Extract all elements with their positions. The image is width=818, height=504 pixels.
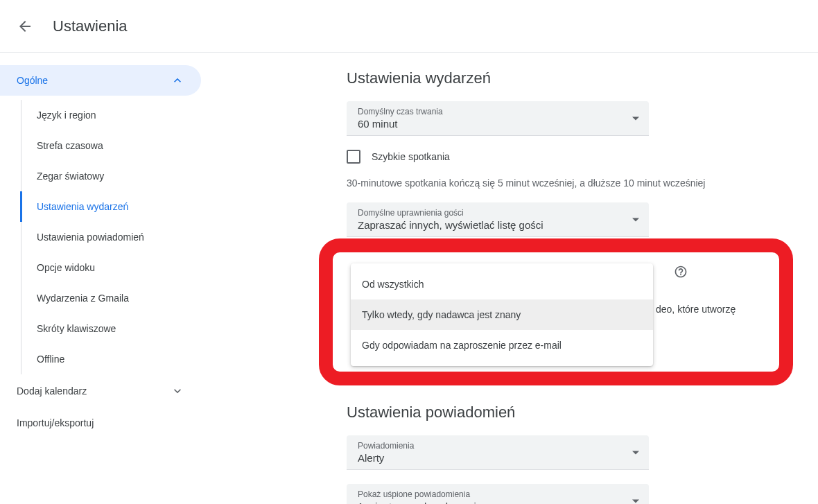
nav-item-add-calendar[interactable]: Dodaj kalendarz: [0, 374, 201, 408]
nav-item-import-export[interactable]: Importuj/eksportuj: [0, 408, 201, 438]
sidebar: Ogólne Język i region Strefa czasowa Zeg…: [0, 53, 208, 504]
subnav-item-keyboard-shortcuts[interactable]: Skróty klawiszowe: [21, 313, 208, 344]
select-snoozed-notifications[interactable]: Pokaż uśpione powiadomienia 1 minutę prz…: [347, 484, 649, 504]
dropdown-option-from-everyone[interactable]: Od wszystkich: [351, 269, 653, 299]
select-value: Zapraszać innych, wyświetlać listę gości: [358, 219, 621, 231]
subnav: Język i region Strefa czasowa Zegar świa…: [21, 100, 208, 374]
chevron-up-icon: [171, 73, 184, 87]
select-guest-permissions[interactable]: Domyślne uprawnienia gości Zapraszać inn…: [347, 202, 649, 237]
dropdown-arrow-icon: [632, 218, 639, 221]
subnav-item-timezone[interactable]: Strefa czasowa: [21, 130, 208, 161]
select-default-duration[interactable]: Domyślny czas trwania 60 minut: [347, 101, 649, 136]
nav-item-label: Importuj/eksportuj: [17, 417, 94, 428]
select-value: 1 minutę przed wydarzeniem: [358, 501, 621, 504]
checkbox-input[interactable]: [347, 150, 360, 164]
subnav-item-event-settings[interactable]: Ustawienia wydarzeń: [20, 191, 208, 222]
section-title-notifications: Ustawienia powiadomień: [347, 403, 776, 422]
subnav-item-gmail-events[interactable]: Wydarzenia z Gmaila: [21, 283, 208, 313]
nav-group-label: Ogólne: [17, 75, 48, 86]
subnav-item-offline[interactable]: Offline: [21, 344, 208, 374]
checkbox-label: Szybkie spotkania: [372, 151, 450, 162]
select-notifications[interactable]: Powiadomienia Alerty: [347, 435, 649, 470]
select-label: Pokaż uśpione powiadomienia: [358, 489, 621, 499]
select-label: Domyślne uprawnienia gości: [358, 208, 621, 218]
select-value: Alerty: [358, 452, 621, 464]
dropdown-menu-invitations: Od wszystkich Tylko wtedy, gdy nadawca j…: [351, 263, 653, 366]
subnav-item-view-options[interactable]: Opcje widoku: [21, 252, 208, 283]
subnav-item-language[interactable]: Język i region: [21, 100, 208, 130]
back-button[interactable]: [17, 18, 33, 35]
dropdown-arrow-icon: [632, 116, 639, 120]
select-label: Domyślny czas trwania: [358, 107, 621, 116]
dropdown-arrow-icon: [632, 451, 639, 454]
nav-item-label: Dodaj kalendarz: [17, 385, 87, 397]
chevron-down-icon: [171, 384, 184, 398]
select-label: Powiadomienia: [358, 441, 621, 451]
subnav-item-notification-settings[interactable]: Ustawienia powiadomień: [21, 222, 208, 252]
nav-group-general[interactable]: Ogólne: [0, 65, 201, 96]
arrow-left-icon: [17, 18, 33, 35]
select-value: 60 minut: [358, 118, 621, 130]
speedy-info-text: 30-minutowe spotkania kończą się 5 minut…: [347, 177, 776, 189]
dropdown-option-known-sender[interactable]: Tylko wtedy, gdy nadawca jest znany: [351, 299, 653, 330]
help-icon[interactable]: [674, 265, 688, 279]
subnav-item-world-clock[interactable]: Zegar światowy: [21, 161, 208, 191]
header: Ustawienia: [0, 0, 818, 53]
page-title: Ustawienia: [53, 17, 128, 35]
dropdown-arrow-icon: [632, 499, 639, 503]
dropdown-option-email-reply[interactable]: Gdy odpowiadam na zaproszenie przez e-ma…: [351, 330, 653, 360]
partial-text-video: deo, które utworzę: [656, 304, 736, 315]
section-title-events: Ustawienia wydarzeń: [347, 69, 776, 87]
checkbox-speedy-meetings: Szybkie spotkania: [347, 150, 776, 164]
